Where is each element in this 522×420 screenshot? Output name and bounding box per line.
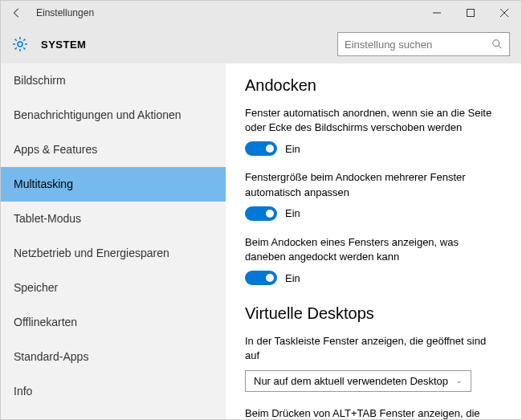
- svg-rect-0: [467, 10, 475, 17]
- toggle-snap-assist[interactable]: [245, 271, 277, 285]
- svg-line-7: [23, 47, 25, 49]
- sidebar-item-standard-apps[interactable]: Standard-Apps: [1, 340, 226, 374]
- search-input[interactable]: [345, 39, 491, 51]
- svg-line-9: [23, 39, 25, 41]
- section-title-virtual-desktops: Virtuelle Desktops: [245, 304, 502, 323]
- sidebar-item-speicher[interactable]: Speicher: [1, 271, 226, 305]
- setting-snap-resize: Fenstergröße beim Andocken mehrerer Fens…: [245, 170, 502, 220]
- svg-line-6: [15, 39, 17, 41]
- chevron-down-icon: ⌄: [456, 377, 463, 385]
- section-title-andocken: Andocken: [245, 76, 502, 95]
- toggle-state-label: Ein: [285, 143, 300, 155]
- sidebar-item-apps-features[interactable]: Apps & Features: [1, 133, 226, 167]
- close-button[interactable]: [487, 1, 521, 25]
- sidebar-item-info[interactable]: Info: [1, 374, 226, 409]
- setting-label: Beim Drücken von ALT+TAB Fenster anzeige…: [245, 406, 502, 420]
- setting-snap-arrange: Fenster automatisch anordnen, wenn sie a…: [245, 106, 502, 156]
- setting-label: Fenster automatisch anordnen, wenn sie a…: [245, 106, 502, 135]
- gear-icon: [12, 36, 28, 52]
- minimize-button[interactable]: [420, 1, 454, 25]
- sidebar: Bildschirm Benachrichtigungen und Aktion…: [1, 63, 226, 419]
- toggle-snap-resize[interactable]: [245, 206, 277, 221]
- dropdown-taskbar-show[interactable]: Nur auf dem aktuell verwendeten Desktop …: [245, 370, 471, 392]
- search-box[interactable]: [337, 32, 510, 56]
- setting-label: Fenstergröße beim Andocken mehrerer Fens…: [245, 170, 502, 199]
- sidebar-item-tablet-modus[interactable]: Tablet-Modus: [1, 202, 226, 236]
- svg-line-11: [499, 46, 502, 49]
- setting-alttab-show: Beim Drücken von ALT+TAB Fenster anzeige…: [245, 406, 502, 420]
- setting-label: In der Taskleiste Fenster anzeigen, die …: [245, 334, 502, 363]
- svg-line-8: [15, 47, 17, 49]
- page-title: SYSTEM: [41, 39, 86, 51]
- toggle-state-label: Ein: [285, 272, 300, 284]
- setting-snap-assist: Beim Andocken eines Fensters anzeigen, w…: [245, 235, 502, 285]
- setting-taskbar-show: In der Taskleiste Fenster anzeigen, die …: [245, 334, 502, 391]
- toggle-snap-arrange[interactable]: [245, 141, 277, 156]
- back-button[interactable]: [7, 3, 27, 22]
- sidebar-item-offlinekarten[interactable]: Offlinekarten: [1, 305, 226, 340]
- svg-point-10: [493, 40, 500, 47]
- dropdown-value: Nur auf dem aktuell verwendeten Desktop: [254, 375, 448, 387]
- toggle-state-label: Ein: [285, 207, 300, 219]
- sidebar-item-netzbetrieb[interactable]: Netzbetrieb und Energiesparen: [1, 236, 226, 271]
- sidebar-item-multitasking[interactable]: Multitasking: [1, 167, 226, 202]
- setting-label: Beim Andocken eines Fensters anzeigen, w…: [245, 235, 502, 264]
- content: Andocken Fenster automatisch anordnen, w…: [226, 63, 521, 419]
- header: SYSTEM: [1, 25, 521, 63]
- maximize-button[interactable]: [454, 1, 487, 25]
- titlebar: Einstellungen: [1, 1, 521, 25]
- sidebar-item-bildschirm[interactable]: Bildschirm: [1, 63, 226, 98]
- window-title: Einstellungen: [36, 7, 94, 18]
- search-icon: [491, 39, 503, 50]
- sidebar-item-benachrichtigungen[interactable]: Benachrichtigungen und Aktionen: [1, 98, 226, 133]
